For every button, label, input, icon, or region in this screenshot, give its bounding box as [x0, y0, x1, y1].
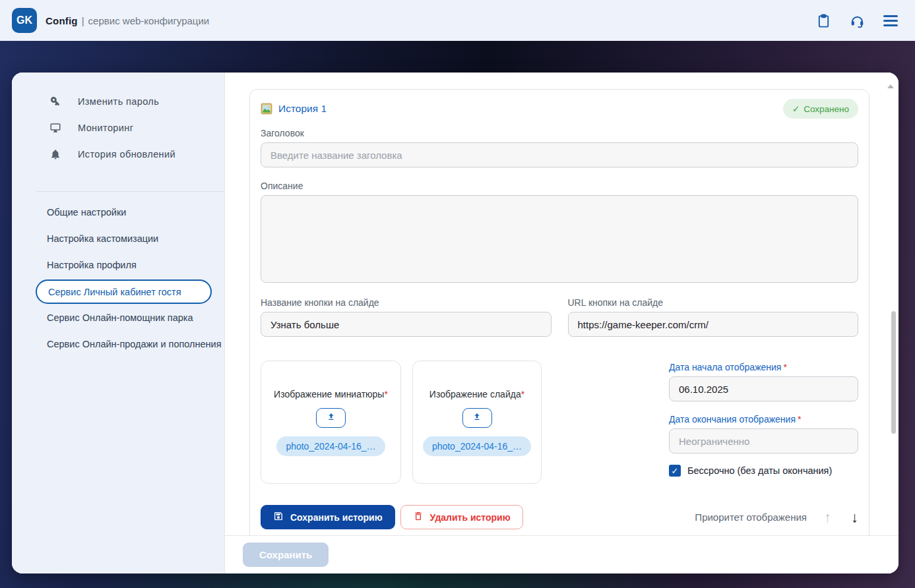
key-icon: [49, 95, 62, 108]
sidebar-item-label: Мониторинг: [78, 123, 133, 133]
clipboard-icon[interactable]: [815, 12, 832, 29]
dates-column: Дата начала отображения* Дата окончания …: [669, 361, 858, 477]
bell-icon: [49, 148, 62, 161]
sidebar-item-label: Сервис Личный кабинет гостя: [48, 287, 181, 297]
status-badge-label: Сохранено: [804, 104, 849, 114]
main-footer: Сохранить: [225, 535, 899, 573]
slide-upload-label: Изображение слайда*: [429, 389, 524, 399]
sidebar-item-label: Сервис Онлайн-помощник парка: [47, 312, 193, 323]
media-and-dates-row: Изображение миниатюры* phot: [261, 361, 858, 484]
thumbnail-upload-card: Изображение миниатюры* phot: [261, 361, 401, 484]
button-name-field: Название кнопки на слайде: [261, 297, 552, 337]
app-header: GK Config | сервис web-конфигурации: [0, 0, 915, 41]
priority-down-icon[interactable]: ↓: [851, 510, 858, 525]
logo-text: GK: [16, 15, 32, 26]
date-start-label: Дата начала отображения*: [669, 362, 858, 372]
delete-story-button[interactable]: Удалить историю: [400, 505, 523, 529]
sidebar-item-change-password[interactable]: Изменить пароль: [12, 88, 224, 115]
date-end-label: Дата окончания отображения*: [669, 414, 858, 425]
sidebar-divider: [36, 191, 224, 192]
main-content: История 1 ✓ Сохранено Заголовок Описание…: [225, 73, 899, 573]
button-fields-row: Название кнопки на слайде URL кнопки на …: [261, 297, 858, 337]
thumbnail-upload-button[interactable]: [316, 408, 346, 428]
menu-icon[interactable]: [882, 12, 899, 29]
title-divider: |: [82, 15, 84, 26]
sidebar-item-general-settings[interactable]: Общие настройки: [12, 199, 224, 225]
slide-upload-card: Изображение слайда* photo_2: [412, 361, 542, 484]
sidebar-item-label: Настройка профиля: [47, 260, 137, 270]
sidebar: Изменить пароль Мониторинг История обнов…: [12, 73, 225, 573]
required-asterisk: *: [783, 362, 786, 372]
sidebar-item-label: Сервис Онлайн-продажи и пополнения: [47, 339, 222, 349]
date-end-input[interactable]: [669, 428, 858, 454]
app-subtitle: сервис web-конфигурации: [88, 15, 210, 26]
required-asterisk: *: [798, 414, 801, 425]
button-name-input[interactable]: [261, 312, 552, 337]
sidebar-item-customization[interactable]: Настройка кастомизации: [12, 225, 224, 252]
sidebar-item-update-history[interactable]: История обновлений: [12, 141, 224, 167]
main-scroll-area: История 1 ✓ Сохранено Заголовок Описание…: [225, 73, 899, 535]
priority-up-icon[interactable]: ↑: [824, 510, 831, 525]
delete-story-label: Удалить историю: [430, 512, 511, 523]
sidebar-item-park-assistant[interactable]: Сервис Онлайн-помощник парка: [12, 305, 224, 331]
indefinite-checkbox[interactable]: ✓: [669, 465, 681, 477]
slide-file-chip[interactable]: photo_2024-04-16_…: [423, 436, 531, 456]
save-story-label: Сохранить историю: [290, 512, 383, 523]
status-badge: ✓ Сохранено: [783, 99, 858, 119]
sidebar-item-profile[interactable]: Настройка профиля: [12, 252, 224, 278]
story-title: История 1: [278, 103, 327, 115]
sidebar-item-online-sales[interactable]: Сервис Онлайн-продажи и пополнения: [12, 331, 224, 357]
priority-label: Приоритет отображения: [695, 512, 807, 523]
scrollbar-thumb[interactable]: [891, 311, 896, 434]
indefinite-checkbox-label[interactable]: Бессрочно (без даты окончания): [687, 465, 832, 476]
button-url-label: URL кнопки на слайде: [568, 297, 859, 308]
headset-icon[interactable]: [848, 12, 866, 29]
sidebar-item-label: История обновлений: [78, 149, 175, 160]
sidebar-item-monitoring[interactable]: Мониторинг: [12, 115, 224, 141]
content-panel: Изменить пароль Мониторинг История обнов…: [12, 73, 899, 573]
heading-input[interactable]: [261, 142, 858, 167]
page: GK Config | сервис web-конфигурации: [0, 0, 915, 588]
thumbnail-file-chip[interactable]: photo_2024-04-16_…: [276, 436, 385, 456]
save-button[interactable]: Сохранить: [243, 543, 329, 567]
button-url-field: URL кнопки на слайде: [568, 297, 859, 337]
trash-icon: [413, 511, 424, 523]
button-url-input[interactable]: [568, 312, 859, 337]
slide-upload-button[interactable]: [462, 408, 492, 428]
sidebar-item-guest-cabinet[interactable]: Сервис Личный кабинет гостя: [36, 279, 212, 304]
required-asterisk: *: [521, 389, 524, 399]
sidebar-item-label: Настройка кастомизации: [47, 233, 158, 244]
indefinite-checkbox-row: ✓ Бессрочно (без даты окончания): [669, 465, 858, 477]
story-actions-row: Сохранить историю Удалить историю Пр: [261, 505, 858, 529]
required-asterisk: *: [384, 389, 387, 399]
description-label: Описание: [261, 181, 858, 191]
picture-icon: [261, 103, 272, 115]
button-name-label: Название кнопки на слайде: [261, 297, 552, 308]
app-name: Config: [46, 15, 78, 26]
sidebar-item-label: Общие настройки: [47, 207, 126, 218]
scrollbar-up-arrow[interactable]: [887, 84, 894, 88]
app-title: Config | сервис web-конфигурации: [46, 15, 209, 26]
date-start-input[interactable]: [669, 376, 858, 401]
sidebar-item-label: Изменить пароль: [78, 96, 159, 107]
save-icon: [273, 511, 284, 523]
priority-controls: Приоритет отображения ↑ ↓: [695, 510, 858, 525]
monitor-icon: [49, 121, 62, 134]
upload-icon: [326, 411, 336, 424]
story-card-header: История 1 ✓ Сохранено: [261, 99, 858, 119]
save-story-button[interactable]: Сохранить историю: [261, 505, 395, 529]
app-logo: GK: [12, 8, 37, 33]
story-card: История 1 ✓ Сохранено Заголовок Описание…: [249, 89, 869, 535]
thumbnail-upload-label: Изображение миниатюры*: [274, 389, 388, 399]
topbar-icons: [815, 12, 899, 29]
check-icon: ✓: [792, 103, 800, 114]
description-textarea[interactable]: [261, 195, 858, 283]
heading-label: Заголовок: [261, 128, 858, 138]
upload-icon: [472, 411, 482, 424]
